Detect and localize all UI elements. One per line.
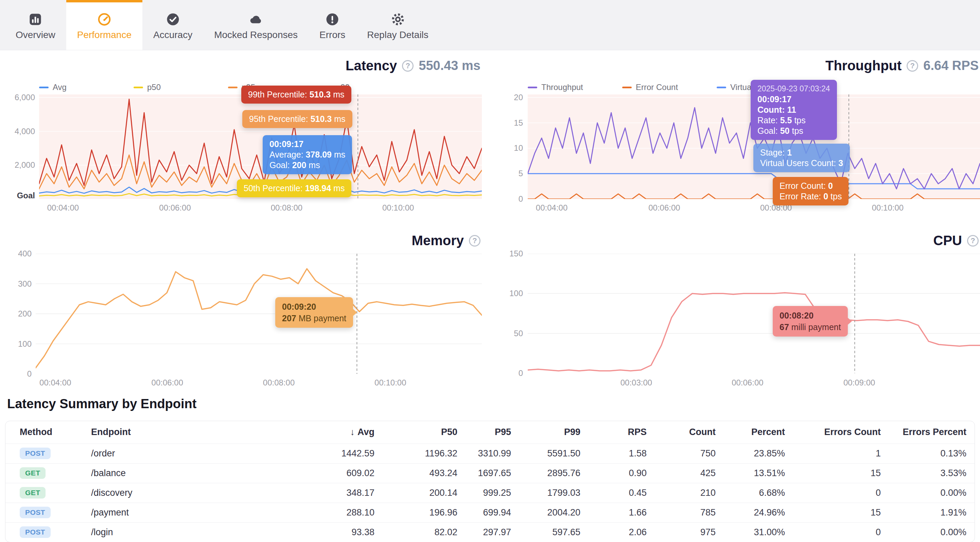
- table-title: Latency Summary by Endpoint: [7, 397, 975, 411]
- latency-chart-header: Latency ? 550.43 ms: [345, 58, 480, 73]
- table-row: POST/payment288.10196.96699.942004.201.6…: [5, 502, 975, 522]
- latency-value: 550.43 ms: [418, 59, 480, 73]
- value-cell: 200.14: [383, 483, 466, 502]
- legend-item-error-count[interactable]: Error Count: [622, 82, 717, 92]
- x-tick: 00:06:00: [159, 203, 191, 212]
- legend-label: p50: [147, 82, 161, 92]
- latency-summary-table: MethodEndpoint↓AvgP50P95P99RPSCountPerce…: [5, 421, 975, 542]
- y-tick: 4,000: [14, 127, 35, 136]
- memory-x-axis: 00:04:0000:06:0000:08:0000:10:00: [36, 378, 482, 390]
- value-cell: 0.00%: [889, 483, 975, 502]
- help-icon[interactable]: ?: [469, 235, 480, 247]
- y-tick: 50: [514, 329, 523, 338]
- endpoint-cell: /order: [77, 444, 270, 463]
- tab-mocked-responses[interactable]: Mocked Responses: [203, 0, 309, 50]
- gear-icon: [391, 12, 405, 27]
- col-header-errors-count[interactable]: Errors Count: [793, 421, 889, 444]
- tooltip-p99: 99th Percentile: 510.3 ms: [241, 86, 352, 104]
- col-header-endpoint[interactable]: Endpoint: [77, 421, 270, 444]
- chart-title-memory: Memory: [412, 233, 464, 248]
- endpoint-cell: /balance: [77, 463, 270, 483]
- y-tick: 5: [519, 169, 523, 178]
- col-header-percent[interactable]: Percent: [724, 421, 793, 444]
- method-cell: POST: [5, 522, 77, 542]
- help-icon[interactable]: ?: [402, 60, 414, 72]
- value-cell: 210: [655, 483, 724, 502]
- x-tick: 00:10:00: [382, 203, 414, 212]
- tooltip-avg: 00:09:17Average: 378.09 msGoal: 200 ms: [262, 135, 352, 174]
- value-cell: 82.02: [383, 522, 466, 542]
- legend-item-avg[interactable]: Avg: [39, 82, 134, 92]
- col-header-p50[interactable]: P50: [383, 421, 466, 444]
- value-cell: 1196.32: [383, 444, 466, 463]
- x-tick: 00:08:00: [263, 378, 294, 387]
- y-tick: 200: [18, 309, 32, 319]
- throughput-y-axis: 20151050: [503, 94, 523, 199]
- memory-chart-header: Memory ?: [412, 233, 480, 248]
- legend-item-p50[interactable]: p50: [134, 82, 228, 92]
- cpu-plot-area[interactable]: [528, 254, 980, 373]
- table-row: POST/login93.3882.02297.97597.652.069753…: [5, 522, 975, 542]
- value-cell: 0.00%: [889, 522, 975, 542]
- col-header-method[interactable]: Method: [5, 421, 77, 444]
- memory-y-axis: 4003002001000: [5, 254, 32, 374]
- value-cell: 1.58: [589, 444, 655, 463]
- tooltip-error: Error Count: 0Error Rate: 0 tps: [773, 177, 848, 206]
- col-header-p95[interactable]: P95: [466, 421, 519, 444]
- value-cell: 750: [655, 444, 724, 463]
- tab-replay-details[interactable]: Replay Details: [356, 0, 439, 50]
- legend-swatch-icon: [717, 87, 726, 88]
- endpoint-cell: /discovery: [77, 483, 270, 502]
- table-row: GET/discovery348.17200.14999.251799.030.…: [5, 483, 975, 502]
- tooltip-throughput: 2025-09-23 07:03:2400:09:17Count: 11Rate…: [751, 80, 837, 140]
- col-header-p99[interactable]: P99: [519, 421, 589, 444]
- legend-label: Avg: [52, 82, 67, 92]
- col-header-errors-percent[interactable]: Errors Percent: [889, 421, 975, 444]
- value-cell: 31.00%: [724, 522, 793, 542]
- value-cell: 1442.59: [270, 444, 383, 463]
- value-cell: 1.91%: [889, 502, 975, 522]
- value-cell: 0.45: [589, 483, 655, 502]
- legend-swatch-icon: [39, 87, 49, 88]
- tab-label: Accuracy: [153, 30, 192, 40]
- legend-item-throughput[interactable]: Throughput: [528, 82, 622, 92]
- method-cell: POST: [5, 444, 77, 463]
- col-header-avg[interactable]: ↓Avg: [270, 421, 383, 444]
- tab-overview[interactable]: Overview: [5, 0, 66, 50]
- tab-errors[interactable]: Errors: [309, 0, 356, 50]
- x-tick: 00:08:00: [271, 203, 302, 212]
- y-tick: Goal: [17, 191, 35, 200]
- cpu-chart-header: CPU ?: [934, 233, 978, 248]
- endpoint-cell: /payment: [77, 502, 270, 522]
- method-badge: POST: [20, 526, 51, 538]
- col-header-count[interactable]: Count: [655, 421, 724, 444]
- legend-swatch-icon: [134, 87, 143, 88]
- y-tick: 0: [519, 194, 523, 204]
- x-tick: 00:06:00: [732, 378, 763, 387]
- table-row: GET/balance609.02493.241697.652895.760.9…: [5, 463, 975, 483]
- latency-y-axis: 6,0004,0002,000Goal: [5, 94, 35, 199]
- memory-plot-area[interactable]: [36, 254, 482, 374]
- throughput-value: 6.64 RPS: [923, 59, 978, 73]
- x-tick: 00:04:00: [40, 378, 71, 387]
- help-icon[interactable]: ?: [967, 235, 978, 247]
- y-tick: 0: [27, 369, 32, 379]
- tooltip-stage: Stage: 1Virtual Users Count: 3: [753, 144, 850, 172]
- tab-label: Performance: [77, 30, 132, 40]
- value-cell: 1: [793, 444, 889, 463]
- value-cell: 975: [655, 522, 724, 542]
- help-icon[interactable]: ?: [907, 60, 918, 72]
- x-tick: 00:04:00: [536, 203, 568, 212]
- chart-title-cpu: CPU: [934, 233, 962, 248]
- tab-accuracy[interactable]: Accuracy: [142, 0, 203, 50]
- value-cell: 609.02: [270, 463, 383, 483]
- col-header-rps[interactable]: RPS: [589, 421, 655, 444]
- tab-performance[interactable]: Performance: [66, 0, 142, 50]
- y-tick: 10: [514, 143, 523, 153]
- x-tick: 00:03:00: [620, 378, 652, 387]
- y-tick: 15: [514, 118, 523, 128]
- value-cell: 288.10: [270, 502, 383, 522]
- cpu-y-axis: 150100500: [503, 254, 523, 373]
- x-tick: 00:10:00: [872, 203, 904, 212]
- y-tick: 6,000: [14, 93, 35, 102]
